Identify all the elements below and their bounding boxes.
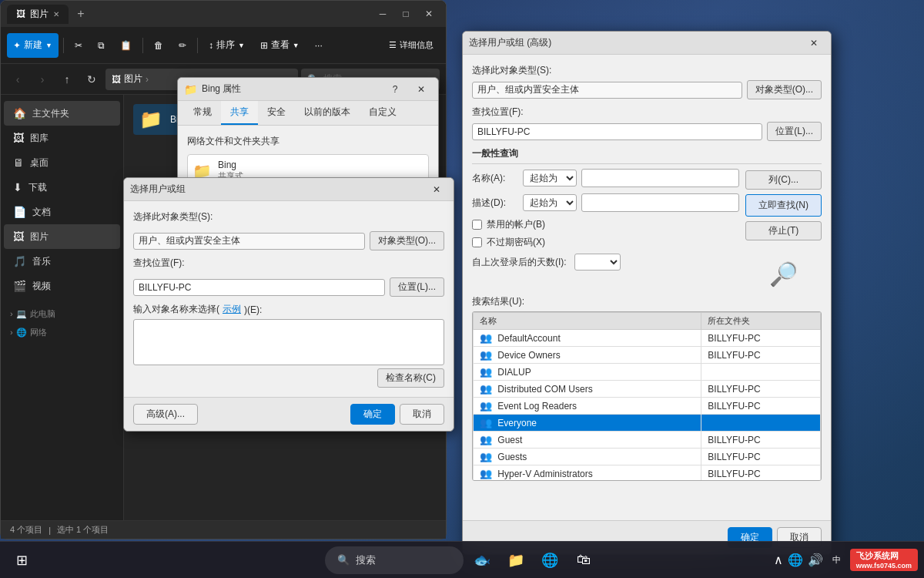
paste-icon: 📋 xyxy=(120,40,132,51)
bing-dialog-close[interactable]: ✕ xyxy=(410,79,432,100)
adv-object-type-input: 用户、组或内置安全主体 xyxy=(472,82,742,99)
maximize-button[interactable]: □ xyxy=(395,3,417,25)
result-row-8[interactable]: 👥 Hyper-V Administrators BILLYFU-PC xyxy=(474,465,821,482)
up-button[interactable]: ↑ xyxy=(56,69,78,90)
tray-expand-icon[interactable]: ∧ xyxy=(774,553,783,567)
cut-button[interactable]: ✂ xyxy=(69,33,89,58)
tab-close-icon[interactable]: ✕ xyxy=(53,10,59,18)
advanced-button[interactable]: 高级(A)... xyxy=(133,404,198,425)
network-expand-icon: › xyxy=(10,328,13,337)
stop-button[interactable]: 停止(T) xyxy=(745,221,822,240)
taskbar-apps[interactable]: 🐟 xyxy=(467,545,497,576)
desc-input[interactable] xyxy=(581,193,739,212)
select-user-close[interactable]: ✕ xyxy=(426,179,447,200)
close-button[interactable]: ✕ xyxy=(418,3,440,25)
delete-button[interactable]: 🗑 xyxy=(148,33,169,58)
taskbar-files[interactable]: 📁 xyxy=(500,545,531,576)
cut-icon: ✂ xyxy=(75,40,82,51)
brand-name: 飞沙系统网 xyxy=(856,550,912,562)
sidebar-item-pictures[interactable]: 🖼 图片 xyxy=(4,224,120,249)
result-icon: 👥 xyxy=(480,451,492,462)
sidebar-item-videos[interactable]: 🎬 视频 xyxy=(4,274,120,298)
name-dropdown[interactable]: 起始为 xyxy=(523,170,577,187)
select-user-cancel-button[interactable]: 取消 xyxy=(400,404,444,425)
desc-dropdown[interactable]: 起始为 xyxy=(523,194,577,211)
copy-button[interactable]: ⧉ xyxy=(92,33,111,58)
refresh-button[interactable]: ↻ xyxy=(81,69,102,90)
minimize-button[interactable]: ─ xyxy=(372,3,393,25)
sidebar-item-documents[interactable]: 📄 文档 xyxy=(4,200,120,224)
sidebar-group-thispc[interactable]: › 💻 此电脑 xyxy=(1,304,123,323)
result-row-3[interactable]: 👥 Distributed COM Users BILLYFU-PC xyxy=(474,381,821,398)
tab-custom[interactable]: 自定义 xyxy=(360,101,406,125)
no-expire-checkbox[interactable] xyxy=(472,237,482,247)
tab-previous[interactable]: 以前的版本 xyxy=(295,101,360,125)
result-icon: 👥 xyxy=(480,332,492,344)
start-button[interactable]: ⊞ xyxy=(6,545,37,576)
advanced-dialog-body: 选择此对象类型(S): 用户、组或内置安全主体 对象类型(O)... 查找位置(… xyxy=(463,55,831,520)
advanced-dialog-close[interactable]: ✕ xyxy=(803,32,825,54)
sidebar-item-music[interactable]: 🎵 音乐 xyxy=(4,249,120,274)
column-button[interactable]: 列(C)... xyxy=(745,170,822,190)
view-button[interactable]: ⊞ 查看 ▼ xyxy=(254,33,306,58)
sidebar-item-home[interactable]: 🏠 主文件夹 xyxy=(4,101,120,126)
days-since-dropdown[interactable] xyxy=(574,254,621,271)
result-row-1[interactable]: 👥 Device Owners BILLYFU-PC xyxy=(474,347,821,364)
find-now-button[interactable]: 立即查找(N) xyxy=(745,194,822,217)
object-name-textarea[interactable] xyxy=(133,319,444,365)
no-expire-label: 不过期密码(X) xyxy=(487,236,545,249)
new-icon: ✦ xyxy=(13,40,21,51)
brand-badge: 飞沙系统网 www.fs0745.com xyxy=(850,549,918,571)
days-since-label: 自上次登录后的天数(I): xyxy=(472,256,567,269)
network-tray-icon[interactable]: 🌐 xyxy=(788,553,803,567)
result-row-2[interactable]: 👥 DIALUP xyxy=(474,364,821,381)
result-row-7[interactable]: 👥 Guests BILLYFU-PC xyxy=(474,449,821,465)
result-row-0[interactable]: 👥 DefaultAccount BILLYFU-PC xyxy=(474,330,821,347)
taskbar-search[interactable]: 🔍 搜索 xyxy=(325,546,464,574)
taskbar-right: ∧ 🌐 🔊 中 飞沙系统网 www.fs0745.com xyxy=(774,549,924,571)
sidebar-item-gallery[interactable]: 🖼 图库 xyxy=(4,126,120,150)
results-container[interactable]: 名称 所在文件夹 👥 DefaultAccount BILLYFU-PC xyxy=(472,311,822,481)
explorer-tab-pictures[interactable]: 🖼 图片 ✕ xyxy=(7,5,69,24)
back-button[interactable]: ‹ xyxy=(7,69,28,90)
adv-location-input[interactable]: BILLYFU-PC xyxy=(472,123,762,140)
bing-dialog-help[interactable]: ? xyxy=(384,79,406,100)
rename-button[interactable]: ✏ xyxy=(172,33,192,58)
volume-tray-icon[interactable]: 🔊 xyxy=(808,553,823,567)
sort-button[interactable]: ↕ 排序 ▼ xyxy=(203,33,251,58)
object-type-button[interactable]: 对象类型(O)... xyxy=(370,231,444,250)
result-row-5[interactable]: 👥 Everyone xyxy=(474,415,821,432)
result-row-6[interactable]: 👥 Guest BILLYFU-PC xyxy=(474,432,821,449)
result-folder-cell xyxy=(701,415,821,432)
location-input[interactable]: BILLYFU-PC xyxy=(133,279,385,296)
adv-object-type-btn[interactable]: 对象类型(O)... xyxy=(747,80,822,99)
result-row-4[interactable]: 👥 Event Log Readers BILLYFU-PC xyxy=(474,398,821,415)
example-link[interactable]: 示例 xyxy=(223,303,241,316)
tab-security[interactable]: 安全 xyxy=(258,101,295,125)
name-input[interactable] xyxy=(581,169,739,187)
toolbar-sep-3 xyxy=(197,38,198,53)
taskbar-store[interactable]: 🛍 xyxy=(568,545,599,576)
result-folder-cell: BILLYFU-PC xyxy=(701,449,821,465)
check-name-button[interactable]: 检查名称(C) xyxy=(377,368,444,388)
new-chevron: ▼ xyxy=(45,42,52,49)
adv-location-btn[interactable]: 位置(L)... xyxy=(767,122,822,141)
sort-icon: ↕ xyxy=(209,40,213,51)
more-button[interactable]: ··· xyxy=(309,33,329,58)
taskbar-time[interactable]: 中 xyxy=(826,551,847,569)
tab-share[interactable]: 共享 xyxy=(221,101,258,125)
forward-button[interactable]: › xyxy=(32,69,53,90)
sidebar-group-network[interactable]: › 🌐 网络 xyxy=(1,323,123,341)
disabled-account-checkbox[interactable] xyxy=(472,220,482,230)
new-button[interactable]: ✦ 新建 ▼ xyxy=(7,33,59,58)
tab-general[interactable]: 常规 xyxy=(184,101,221,125)
location-button[interactable]: 位置(L)... xyxy=(390,277,444,297)
sidebar-network-label: 网络 xyxy=(30,327,47,338)
details-button[interactable]: ☰ 详细信息 xyxy=(383,33,440,58)
sidebar-item-desktop[interactable]: 🖥 桌面 xyxy=(4,150,120,175)
paste-button[interactable]: 📋 xyxy=(114,33,138,58)
sidebar-item-downloads[interactable]: ⬇ 下载 xyxy=(4,175,120,200)
select-user-ok-button[interactable]: 确定 xyxy=(350,404,395,425)
new-tab-button[interactable]: + xyxy=(70,3,92,25)
taskbar-browser[interactable]: 🌐 xyxy=(534,545,565,576)
